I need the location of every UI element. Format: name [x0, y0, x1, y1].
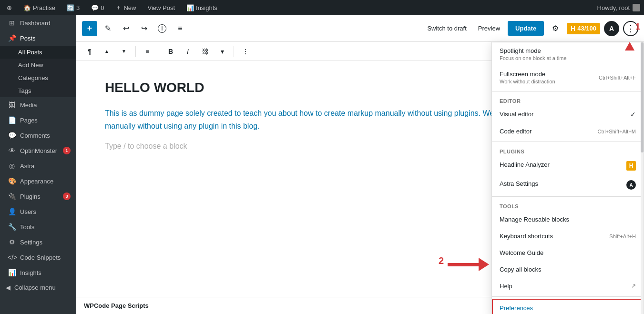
sidebar-item-code-snippets[interactable]: </> Code Snippets: [0, 250, 76, 265]
media-icon: 🖼: [8, 101, 16, 109]
plugins-badge: 3: [63, 192, 71, 200]
sidebar-item-dashboard[interactable]: ⊞ Dashboard: [0, 15, 76, 30]
preferences-content: Preferences: [500, 304, 636, 312]
howdy-text[interactable]: Howdy, root: [597, 4, 640, 11]
chevron-up-icon: ▲: [104, 49, 109, 54]
wp-logo[interactable]: ⊕: [4, 0, 15, 15]
sidebar-item-insights[interactable]: 📊 Insights: [0, 265, 76, 280]
keyboard-shortcut-value: Shift+Alt+H: [609, 233, 636, 239]
settings-panel-button[interactable]: ⚙: [548, 21, 563, 36]
list-view-icon: ≡: [178, 24, 182, 33]
view-post-link[interactable]: View Post: [144, 0, 178, 15]
sidebar-subitem-categories[interactable]: Categories: [0, 71, 76, 84]
manage-reusable-item[interactable]: Manage Reusable blocks: [492, 211, 644, 228]
spotlight-mode-item[interactable]: Spotlight mode Focus on one block at a t…: [492, 42, 644, 66]
code-snippets-icon: </>: [8, 253, 16, 261]
new-button[interactable]: ＋ New: [112, 0, 139, 15]
astra-icon: ◎: [8, 162, 16, 170]
code-editor-shortcut: Ctrl+Shift+Alt+M: [598, 129, 636, 134]
astra-settings-item[interactable]: Astra Settings A: [492, 175, 644, 194]
fullscreen-desc: Work without distraction: [500, 79, 595, 84]
keyboard-shortcuts-item[interactable]: Keyboard shortcuts Shift+Alt+H: [492, 228, 644, 244]
fullscreen-mode-item[interactable]: Fullscreen mode Work without distraction…: [492, 66, 644, 89]
optinmonster-badge: 1: [63, 147, 71, 154]
sidebar-item-astra[interactable]: ◎ Astra: [0, 158, 76, 173]
insights-link[interactable]: 📊 Insights: [184, 0, 220, 15]
welcome-guide-item[interactable]: Welcome Guide: [492, 244, 644, 261]
sidebar-item-settings[interactable]: ⚙ Settings: [0, 234, 76, 250]
sidebar-item-optinmonster[interactable]: 👁 OptinMonster 1: [0, 143, 76, 158]
tools-section-label: TOOLS: [492, 199, 644, 211]
main-content: + ✎ ↩ ↪ i ≡ Switch to draft Preview Upda…: [76, 15, 644, 314]
keyboard-shortcuts-content: Keyboard shortcuts: [500, 233, 605, 240]
updates[interactable]: 🔄 3: [64, 0, 82, 15]
link-button[interactable]: ⛓: [197, 44, 213, 59]
code-editor-content: Code editor: [500, 128, 594, 135]
move-up-button[interactable]: ▲: [99, 44, 114, 59]
move-down-button[interactable]: ▼: [116, 44, 132, 59]
redo-button[interactable]: ↪: [136, 21, 152, 36]
sidebar-subitem-all-posts[interactable]: All Posts: [0, 46, 76, 59]
headline-analyzer-content: Headline Analyzer: [500, 161, 623, 168]
help-item[interactable]: Help ↗: [492, 278, 644, 294]
headline-analyzer-button[interactable]: H 43/100: [567, 23, 600, 34]
manage-reusable-title: Manage Reusable blocks: [500, 216, 636, 223]
plus-icon: +: [87, 23, 92, 33]
comments[interactable]: 💬 0: [88, 0, 107, 15]
visual-editor-item[interactable]: Visual editor ✓: [492, 106, 644, 123]
astra-settings-content: Astra Settings: [500, 180, 623, 187]
editor-toolbar: + ✎ ↩ ↪ i ≡ Switch to draft Preview Upda…: [76, 15, 644, 42]
tools-icon: 🔧: [8, 223, 16, 231]
sidebar-item-plugins[interactable]: 🔌 Plugins 3: [0, 189, 76, 204]
block-more-options-button[interactable]: ⋮: [238, 44, 253, 59]
undo-button[interactable]: ↩: [118, 21, 133, 36]
sidebar-item-media[interactable]: 🖼 Media: [0, 97, 76, 112]
more-options-icon: ⋮: [242, 48, 249, 55]
admin-bar: ⊕ 🏠 Practise 🔄 3 💬 0 ＋ New View Post 📊 I…: [0, 0, 644, 15]
switch-draft-button[interactable]: Switch to draft: [423, 22, 470, 35]
sidebar-subitem-tags[interactable]: Tags: [0, 84, 76, 97]
sidebar-subitem-add-new[interactable]: Add New: [0, 59, 76, 71]
fullscreen-shortcut: Ctrl+Shift+Alt+F: [599, 75, 636, 81]
preferences-title: Preferences: [500, 304, 636, 312]
copy-all-blocks-item[interactable]: Copy all blocks: [492, 261, 644, 278]
redo-icon: ↪: [141, 24, 147, 33]
add-block-button[interactable]: +: [82, 21, 97, 36]
astra-button[interactable]: A: [604, 21, 619, 36]
collapse-icon: ◀: [6, 284, 10, 291]
dashboard-icon: ⊞: [8, 19, 16, 27]
align-button[interactable]: ≡: [140, 44, 155, 59]
home-icon: 🏠: [23, 4, 31, 11]
sidebar-item-users[interactable]: 👤 Users: [0, 204, 76, 219]
sidebar-item-tools[interactable]: 🔧 Tools: [0, 219, 76, 234]
insights-icon: 📊: [8, 269, 16, 276]
dropdown-scrollbar[interactable]: [641, 42, 644, 314]
sidebar-item-posts[interactable]: 📌 Posts: [0, 30, 76, 46]
list-view-button[interactable]: ≡: [173, 21, 188, 36]
sidebar-item-pages[interactable]: 📄 Pages: [0, 112, 76, 128]
site-name[interactable]: 🏠 Practise: [20, 0, 58, 15]
sidebar-item-comments[interactable]: 💬 Comments: [0, 128, 76, 143]
copy-all-blocks-content: Copy all blocks: [500, 266, 636, 273]
appearance-icon: 🎨: [8, 177, 16, 185]
update-button[interactable]: Update: [508, 21, 544, 36]
more-options-button[interactable]: ⋮: [623, 21, 638, 36]
posts-icon: 📌: [8, 34, 16, 42]
info-button[interactable]: i: [154, 21, 170, 36]
paragraph-type-button[interactable]: ¶: [82, 44, 97, 59]
collapse-menu-button[interactable]: ◀ Collapse menu: [0, 280, 76, 295]
astra-icon-wrapper: A: [626, 180, 636, 190]
headline-analyzer-item[interactable]: Headline Analyzer H: [492, 156, 644, 175]
visual-editor-title: Visual editor: [500, 111, 626, 118]
code-editor-item[interactable]: Code editor Ctrl+Shift+Alt+M: [492, 123, 644, 140]
tools-button[interactable]: ✎: [100, 21, 115, 36]
preview-button[interactable]: Preview: [474, 22, 504, 35]
comment-icon: 💬: [91, 4, 99, 11]
preferences-item[interactable]: Preferences: [492, 299, 644, 314]
italic-button[interactable]: I: [180, 44, 195, 59]
dropdown-button[interactable]: ▾: [215, 44, 230, 59]
sidebar-item-appearance[interactable]: 🎨 Appearance: [0, 173, 76, 189]
bold-button[interactable]: B: [163, 44, 178, 59]
help-content: Help: [500, 283, 627, 290]
welcome-guide-title: Welcome Guide: [500, 249, 636, 256]
